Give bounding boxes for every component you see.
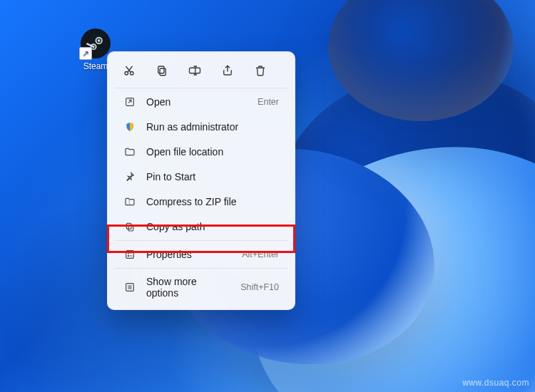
copy-icon xyxy=(156,64,168,77)
svg-point-14 xyxy=(128,252,128,253)
menu-item-label: Open xyxy=(146,96,248,108)
menu-item-label: Run as administrator xyxy=(146,121,279,133)
menu-item-label: Compress to ZIP file xyxy=(146,196,279,207)
svg-point-2 xyxy=(98,39,101,42)
menu-item-show-more-options[interactable]: Show more options Shift+F10 xyxy=(112,270,290,304)
svg-rect-11 xyxy=(126,223,131,229)
pin-icon xyxy=(123,170,136,183)
menu-item-compress-zip[interactable]: Compress to ZIP file xyxy=(112,190,290,214)
copy-path-icon xyxy=(123,220,136,233)
svg-rect-9 xyxy=(190,68,200,73)
menu-item-accelerator: Shift+F10 xyxy=(240,282,279,292)
menu-item-pin-to-start[interactable]: Pin to Start xyxy=(112,165,290,189)
menu-divider xyxy=(115,88,287,88)
desktop-shortcut-label: Steam xyxy=(83,61,108,71)
menu-item-label: Show more options xyxy=(146,276,230,299)
shield-icon xyxy=(123,120,136,133)
menu-item-accelerator: Enter xyxy=(258,97,279,107)
menu-item-copy-as-path[interactable]: Copy as path xyxy=(112,215,290,239)
svg-rect-13 xyxy=(126,251,134,259)
trash-icon xyxy=(254,64,267,77)
svg-rect-12 xyxy=(128,225,133,231)
properties-icon xyxy=(123,248,136,261)
menu-item-open[interactable]: Open Enter xyxy=(112,90,290,114)
menu-item-accelerator: Alt+Enter xyxy=(242,249,279,259)
menu-item-label: Copy as path xyxy=(146,221,279,232)
context-menu: Open Enter Run as administrator Open fil… xyxy=(107,51,295,310)
cut-button[interactable] xyxy=(121,62,138,79)
shortcut-overlay-icon: ↗ xyxy=(79,47,92,60)
share-button[interactable] xyxy=(219,62,236,79)
menu-divider xyxy=(115,240,287,241)
rename-icon xyxy=(188,64,202,77)
svg-point-15 xyxy=(128,255,128,256)
open-icon xyxy=(123,96,136,108)
quick-action-bar xyxy=(108,56,295,86)
zip-icon xyxy=(123,195,136,208)
rename-button[interactable] xyxy=(186,62,203,79)
svg-rect-8 xyxy=(158,66,164,73)
menu-item-properties[interactable]: Properties Alt+Enter xyxy=(112,242,290,267)
share-icon xyxy=(221,64,234,77)
cut-icon xyxy=(123,64,136,77)
more-icon xyxy=(123,281,136,294)
delete-button[interactable] xyxy=(252,62,269,79)
steam-logo-icon: ↗ xyxy=(81,29,111,58)
menu-item-label: Pin to Start xyxy=(146,171,279,182)
svg-rect-7 xyxy=(160,68,165,76)
svg-point-4 xyxy=(93,46,95,48)
menu-divider xyxy=(115,268,287,269)
folder-icon xyxy=(123,145,136,158)
copy-button[interactable] xyxy=(153,62,170,79)
menu-item-open-file-location[interactable]: Open file location xyxy=(112,140,290,164)
watermark: www.dsuaq.com xyxy=(462,378,529,388)
menu-item-label: Properties xyxy=(146,249,232,260)
menu-item-label: Open file location xyxy=(146,146,279,158)
menu-item-run-as-admin[interactable]: Run as administrator xyxy=(112,115,290,139)
